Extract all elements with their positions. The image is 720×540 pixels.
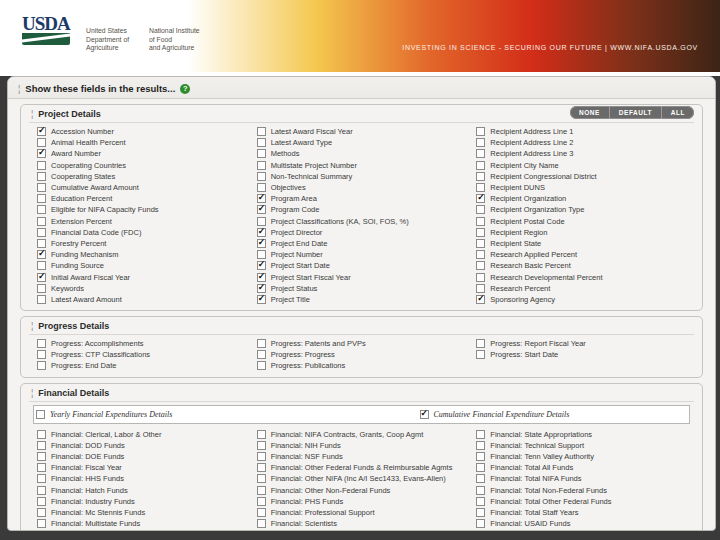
checkbox-field[interactable]: Financial: Fiscal Year	[35, 462, 255, 473]
checkbox-field[interactable]: Financial: PHS Funds	[255, 496, 475, 507]
all-button[interactable]: ALL	[661, 106, 694, 119]
checkbox-checked[interactable]	[257, 239, 266, 248]
checkbox-field[interactable]: Financial: DOE Funds	[35, 451, 255, 462]
checkbox-field[interactable]: Financial: NASA Funds	[35, 529, 255, 531]
checkbox-unchecked[interactable]	[257, 138, 266, 147]
checkbox-unchecked[interactable]	[476, 273, 485, 282]
checkbox-checked[interactable]	[257, 205, 266, 214]
checkbox-field[interactable]: Progress: Start Date	[474, 349, 694, 360]
checkbox-unchecked[interactable]	[257, 519, 266, 528]
checkbox-field[interactable]: Financial: Total Staff Years	[474, 507, 694, 518]
checkbox-unchecked[interactable]	[37, 239, 46, 248]
checkbox-unchecked[interactable]	[476, 486, 485, 495]
checkbox-field[interactable]: Financial: NSF Funds	[255, 451, 475, 462]
checkbox-field[interactable]: Financial: Total Non-Federal Funds	[474, 485, 694, 496]
checkbox-field[interactable]: Progress: End Date	[35, 360, 255, 371]
checkbox-field[interactable]: Financial: Total Other Federal Funds	[474, 496, 694, 507]
checkbox-field[interactable]: Recipient Address Line 1	[474, 126, 694, 137]
checkbox-unchecked[interactable]	[37, 530, 46, 531]
checkbox-field[interactable]: Financial: USDA Contracts, Grants, Coop …	[474, 529, 694, 531]
checkbox-unchecked[interactable]	[257, 127, 266, 136]
checkbox-field[interactable]: Education Percent	[35, 193, 255, 204]
checkbox-field[interactable]: Latest Award Fiscal Year	[255, 126, 475, 137]
checkbox-field[interactable]: Accession Number	[35, 126, 255, 137]
checkbox-checked[interactable]	[257, 284, 266, 293]
checkbox-checked[interactable]	[257, 261, 266, 270]
checkbox-unchecked[interactable]	[257, 361, 266, 370]
checkbox-unchecked[interactable]	[257, 508, 266, 517]
checkbox-unchecked[interactable]	[257, 217, 266, 226]
checkbox-unchecked[interactable]	[37, 228, 46, 237]
checkbox-unchecked[interactable]	[476, 463, 485, 472]
checkbox-unchecked[interactable]	[37, 519, 46, 528]
checkbox-field[interactable]: Cumulative Financial Expenditure Details	[418, 410, 690, 419]
checkbox-checked[interactable]	[37, 149, 46, 158]
checkbox-field[interactable]: Cooperating States	[35, 171, 255, 182]
checkbox-unchecked[interactable]	[476, 161, 485, 170]
checkbox-unchecked[interactable]	[476, 430, 485, 439]
checkbox-field[interactable]: Recipient Congressional District	[474, 171, 694, 182]
checkbox-field[interactable]: Financial: NIFA Contracts, Grants, Coop …	[255, 429, 475, 440]
checkbox-field[interactable]: Progress: Progress	[255, 349, 475, 360]
checkbox-checked[interactable]	[476, 295, 485, 304]
checkbox-unchecked[interactable]	[37, 430, 46, 439]
checkbox-unchecked[interactable]	[257, 452, 266, 461]
checkbox-field[interactable]: Financial: NIH Funds	[255, 440, 475, 451]
checkbox-field[interactable]: Financial: Clerical, Labor & Other	[35, 429, 255, 440]
checkbox-field[interactable]: Latest Award Amount	[35, 294, 255, 305]
checkbox-unchecked[interactable]	[37, 508, 46, 517]
checkbox-unchecked[interactable]	[37, 183, 46, 192]
checkbox-field[interactable]: Financial: Professional Support	[255, 507, 475, 518]
checkbox-field[interactable]: Financial: Multistate Funds	[35, 518, 255, 529]
checkbox-field[interactable]: Recipient Organization	[474, 193, 694, 204]
checkbox-field[interactable]: Financial: Technical Support	[474, 440, 694, 451]
checkbox-field[interactable]: Program Area	[255, 193, 475, 204]
checkbox-field[interactable]: Project Start Date	[255, 260, 475, 271]
checkbox-unchecked[interactable]	[37, 205, 46, 214]
checkbox-field[interactable]: Extension Percent	[35, 216, 255, 227]
checkbox-unchecked[interactable]	[37, 497, 46, 506]
checkbox-unchecked[interactable]	[37, 194, 46, 203]
checkbox-field[interactable]: Recipient Organization Type	[474, 204, 694, 215]
checkbox-unchecked[interactable]	[476, 339, 485, 348]
checkbox-field[interactable]: Financial: State Appropriations	[474, 429, 694, 440]
checkbox-unchecked[interactable]	[36, 410, 45, 419]
checkbox-field[interactable]: Financial: Other Non-Federal Funds	[255, 485, 475, 496]
checkbox-unchecked[interactable]	[257, 474, 266, 483]
checkbox-unchecked[interactable]	[257, 183, 266, 192]
checkbox-unchecked[interactable]	[476, 261, 485, 270]
checkbox-unchecked[interactable]	[37, 463, 46, 472]
checkbox-field[interactable]: Project Director	[255, 227, 475, 238]
checkbox-unchecked[interactable]	[476, 474, 485, 483]
checkbox-field[interactable]: Recipient City Name	[474, 160, 694, 171]
checkbox-field[interactable]: Program Code	[255, 204, 475, 215]
checkbox-field[interactable]: Financial: HHS Funds	[35, 473, 255, 484]
checkbox-field[interactable]: Research Basic Percent	[474, 260, 694, 271]
checkbox-unchecked[interactable]	[37, 172, 46, 181]
checkbox-field[interactable]: Progress: CTP Classifications	[35, 349, 255, 360]
checkbox-field[interactable]: Project Status	[255, 283, 475, 294]
checkbox-unchecked[interactable]	[37, 161, 46, 170]
checkbox-checked[interactable]	[257, 295, 266, 304]
checkbox-unchecked[interactable]	[37, 452, 46, 461]
checkbox-unchecked[interactable]	[476, 519, 485, 528]
checkbox-unchecked[interactable]	[476, 217, 485, 226]
default-button[interactable]: DEFAULT	[609, 106, 661, 119]
checkbox-unchecked[interactable]	[37, 474, 46, 483]
checkbox-field[interactable]: Financial: DOD Funds	[35, 440, 255, 451]
checkbox-unchecked[interactable]	[257, 430, 266, 439]
checkbox-unchecked[interactable]	[257, 250, 266, 259]
checkbox-unchecked[interactable]	[476, 452, 485, 461]
checkbox-unchecked[interactable]	[476, 350, 485, 359]
checkbox-field[interactable]: Progress: Patents and PVPs	[255, 338, 475, 349]
checkbox-field[interactable]: Research Applied Percent	[474, 249, 694, 260]
checkbox-field[interactable]: Objectives	[255, 182, 475, 193]
checkbox-checked[interactable]	[37, 250, 46, 259]
checkbox-field[interactable]: Keywords	[35, 283, 255, 294]
checkbox-field[interactable]: Recipient Address Line 3	[474, 148, 694, 159]
checkbox-unchecked[interactable]	[476, 138, 485, 147]
checkbox-field[interactable]: Financial Data Code (FDC)	[35, 227, 255, 238]
checkbox-unchecked[interactable]	[257, 172, 266, 181]
checkbox-unchecked[interactable]	[37, 138, 46, 147]
checkbox-unchecked[interactable]	[257, 441, 266, 450]
